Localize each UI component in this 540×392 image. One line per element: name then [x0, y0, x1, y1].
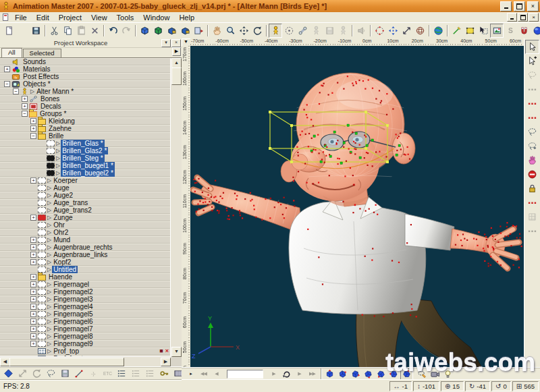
relationship-mode-button[interactable] — [336, 24, 350, 38]
expander-icon[interactable]: + — [30, 333, 36, 339]
tree-item-label[interactable]: Untitled — [52, 266, 78, 273]
fit-view-button[interactable] — [237, 24, 250, 38]
open-project-button[interactable] — [16, 24, 29, 38]
tree-item-label[interactable]: Brille — [47, 132, 65, 140]
view-birds-eye-button[interactable] — [400, 368, 413, 380]
menu-edit[interactable]: Edit — [32, 13, 54, 22]
tree-item-label[interactable]: Alter Mann * — [35, 88, 75, 95]
expander-icon[interactable]: + — [30, 252, 36, 258]
cut-button[interactable] — [47, 24, 61, 38]
play-button[interactable]: ▶ — [293, 368, 306, 380]
panel-close-button[interactable]: × — [171, 39, 181, 47]
tab-selected[interactable]: Selected — [23, 49, 61, 57]
tree-item-label[interactable]: Auge — [52, 184, 70, 192]
library-models-button[interactable] — [151, 24, 165, 38]
tree-item-prof-top[interactable]: ▷Prof_top■× — [0, 347, 171, 355]
hierarchy-2-button[interactable] — [129, 367, 143, 379]
tab-scroll-button[interactable]: ▶ — [172, 47, 181, 56]
tree-item-fingernagel4[interactable]: +▷Fingernagel4 — [0, 303, 171, 310]
key-button[interactable] — [157, 367, 171, 379]
tree-item-auge2[interactable]: ▷Auge2 — [0, 192, 171, 199]
tree-item-label[interactable]: Fingernagel6 — [52, 318, 94, 325]
tree-item-label[interactable]: Brillen_Glas2 * — [61, 147, 108, 155]
tree-item-label[interactable]: Prof_top — [52, 347, 80, 355]
tree-item-haende[interactable]: +Haende — [0, 273, 171, 281]
tree-item-label[interactable]: Augenbraue_links — [52, 251, 109, 258]
expander-icon[interactable]: − — [4, 81, 10, 87]
tree-item-koerper[interactable]: +▷Koerper — [0, 177, 171, 184]
tree-item-brillen-glas[interactable]: ▷Brillen_Glas * — [0, 140, 171, 147]
lasso-select-button[interactable] — [525, 125, 539, 139]
add-primitive-button[interactable] — [463, 24, 477, 38]
tree-item-label[interactable]: Sounds — [22, 58, 47, 65]
expander-icon[interactable]: + — [30, 244, 36, 250]
tree-item-objects[interactable]: −Objects * — [0, 80, 171, 88]
group-button[interactable] — [44, 367, 58, 379]
loop-button[interactable] — [280, 368, 293, 380]
play-reverse-button[interactable]: ▶ — [267, 368, 280, 380]
tree-item-label[interactable]: Bones — [39, 95, 61, 103]
move-view-button[interactable] — [210, 24, 223, 38]
tree-vertical-scrollbar[interactable]: ▲ ▼ — [170, 58, 182, 357]
tree-item-label[interactable]: Brillen_buegel1 * — [61, 162, 115, 169]
tree-item-auge-trans[interactable]: ▷Auge_trans — [0, 199, 171, 206]
tree-item-brillen-glas2[interactable]: ▷Brillen_Glas2 * — [0, 147, 171, 155]
tree-item-zaehne[interactable]: +Zaehne — [0, 125, 171, 132]
tree-item-label[interactable]: Fingernagel7 — [52, 325, 94, 333]
expander-icon[interactable]: + — [30, 318, 36, 325]
point-set-c-button[interactable] — [525, 111, 539, 125]
tree-item-label[interactable]: Auge_trans2 — [52, 206, 93, 214]
first-frame-button[interactable]: ◀◀ — [197, 368, 210, 380]
tree-item-fingernagel3[interactable]: +▷Fingernagel3 — [0, 296, 171, 303]
bones-mode-button[interactable] — [282, 24, 296, 38]
tree-item-augenbraue-rechts[interactable]: +▷Augenbraue_rechts — [0, 244, 171, 251]
new-project-button[interactable] — [2, 24, 16, 38]
expander-icon[interactable]: + — [30, 118, 36, 124]
tree-item-label[interactable]: Ohr2 — [52, 229, 70, 236]
tree-item-fingernagel5[interactable]: +▷Fingernagel5 — [0, 310, 171, 318]
tree-item-ohr[interactable]: ▷Ohr — [0, 221, 171, 229]
tree-item-label[interactable]: Brillen_Steg * — [61, 155, 105, 162]
library-browser-button[interactable] — [192, 24, 205, 38]
tree-item-label[interactable]: Fingernagel8 — [52, 333, 94, 340]
menu-window[interactable]: Window — [138, 13, 174, 22]
redo-button[interactable] — [119, 24, 133, 38]
tree-item-label[interactable]: Fingernagel4 — [52, 303, 94, 310]
tree-item-brillen-buegel1[interactable]: ▷Brillen_buegel1 * — [0, 162, 171, 169]
tree-horizontal-scrollbar[interactable]: ◀ ▶ — [0, 356, 171, 366]
tree-item-materials[interactable]: +Materials — [0, 65, 171, 73]
tree-item-mund[interactable]: +▷Mund — [0, 236, 171, 244]
tree-item-label[interactable]: Fingernagel9 — [52, 340, 94, 347]
extra-points-button[interactable] — [525, 224, 539, 238]
scale-manipulator-button[interactable] — [400, 24, 413, 38]
tree-item-ohr2[interactable]: ▷Ohr2 — [0, 229, 171, 236]
add-spline-button[interactable] — [450, 24, 463, 38]
tab-all[interactable]: All — [1, 48, 22, 57]
menu-help[interactable]: Help — [174, 13, 199, 22]
tree-item-fingernagel7[interactable]: +▷Fingernagel7 — [0, 325, 171, 333]
expander-icon[interactable]: + — [30, 237, 36, 243]
muscle-mode-button[interactable] — [296, 24, 309, 38]
skin-mode-button[interactable]: S — [504, 24, 517, 38]
grid-mode-button[interactable] — [525, 210, 539, 224]
modeling-mode-button[interactable] — [269, 24, 282, 38]
tree-item-label[interactable]: Haende — [47, 273, 74, 281]
tree-item-fingernagel2[interactable]: +▷Fingernagel2 — [0, 288, 171, 296]
hide-toggle-icon[interactable]: × — [165, 347, 169, 354]
view-top-button[interactable] — [375, 368, 387, 380]
menu-file[interactable]: File — [10, 13, 32, 22]
show-globe-button[interactable] — [531, 24, 540, 38]
tree-item-label[interactable]: Groups * — [38, 110, 68, 117]
tree-item-label[interactable]: Materials — [22, 65, 52, 73]
zoom-view-button[interactable] — [223, 24, 237, 38]
tree-item-groups[interactable]: −Groups * — [0, 110, 171, 117]
expander-icon[interactable]: + — [30, 326, 36, 332]
expander-icon[interactable]: + — [30, 125, 36, 132]
expander-icon[interactable]: + — [30, 177, 36, 184]
timeline-scroll-button[interactable]: ▸ — [184, 368, 197, 380]
edit-selection-button[interactable] — [477, 24, 490, 38]
grabber-button[interactable] — [525, 153, 539, 167]
tree-item-label[interactable]: Koerper — [52, 177, 79, 184]
library-images-button[interactable] — [138, 24, 151, 38]
world-view-button[interactable] — [431, 24, 445, 38]
